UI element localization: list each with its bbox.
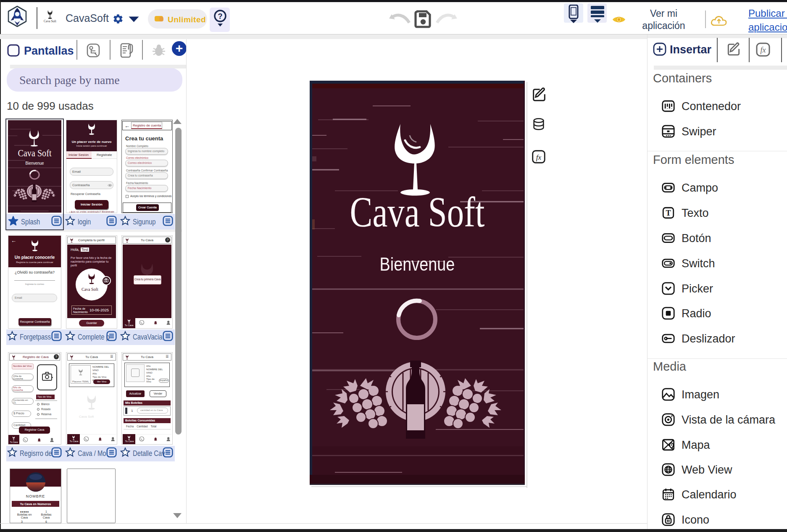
svg-text:fx: fx <box>760 46 766 54</box>
svg-text:?: ? <box>218 12 223 21</box>
svg-text:Cava Soft: Cava Soft <box>44 19 57 23</box>
svg-text:fx: fx <box>536 153 542 161</box>
svg-text:T: T <box>666 209 671 217</box>
